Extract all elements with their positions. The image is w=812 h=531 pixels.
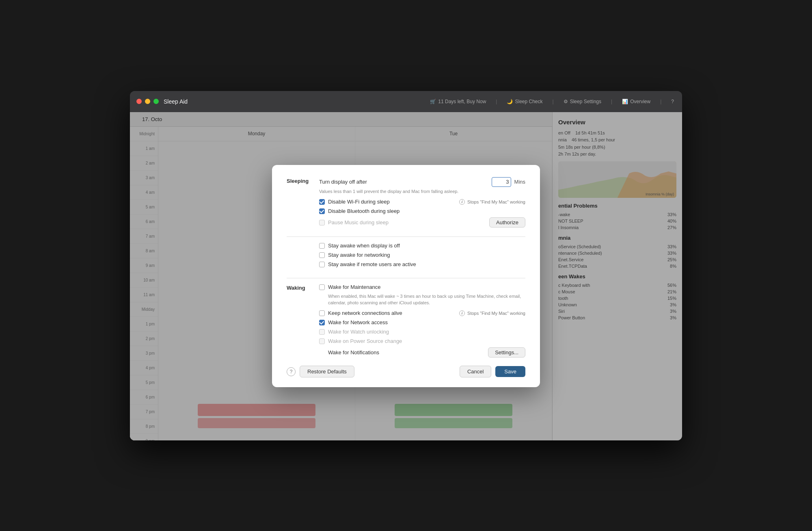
sleeping-label: Sleeping: [287, 177, 311, 229]
maximize-button[interactable]: [153, 99, 159, 104]
restore-defaults-button[interactable]: Restore Defaults: [300, 366, 354, 377]
waking-label: Waking: [287, 284, 311, 358]
stay-awake-display-checkbox[interactable]: [319, 243, 325, 249]
stay-awake-networking-checkbox[interactable]: [319, 252, 325, 258]
waking-section: Waking Wake for Maintenance When enabled…: [287, 284, 525, 358]
wake-power-row: Wake on Power Source change: [319, 338, 525, 344]
app-content: 17. Octo Midnight 1 am 2 am 3 am 4 am 5 …: [130, 112, 682, 440]
disable-wifi-info: Stops "Find My Mac" working: [467, 199, 525, 204]
keep-network-checkbox[interactable]: [319, 310, 325, 316]
stay-awake-remote-row: Stay awake if remote users are active: [319, 261, 525, 267]
title-bar: Sleep Aid 🛒 11 Days left, Buy Now | 🌙 Sl…: [130, 91, 682, 112]
minimize-button[interactable]: [145, 99, 150, 104]
wake-notifications-label: Wake for Notifications: [328, 349, 379, 355]
wake-watch-checkbox[interactable]: [319, 329, 325, 335]
mac-window: Sleep Aid 🛒 11 Days left, Buy Now | 🌙 Sl…: [130, 91, 682, 440]
waking-content: Wake for Maintenance When enabled, this …: [319, 284, 525, 358]
wake-network-checkbox[interactable]: [319, 320, 325, 325]
dialog-footer: ? Restore Defaults Cancel Save: [287, 366, 525, 377]
stay-awake-display-label: Stay awake when display is off: [328, 243, 400, 249]
info-icon-network: i: [459, 310, 465, 316]
wake-watch-label: Wake for Watch unlocking: [328, 329, 389, 335]
turn-display-label: Turn display off after: [319, 179, 367, 185]
cart-icon: 🛒: [430, 99, 436, 104]
close-button[interactable]: [136, 99, 142, 104]
stay-awake-remote-checkbox[interactable]: [319, 262, 325, 267]
help-button[interactable]: ?: [287, 367, 296, 376]
traffic-lights: [136, 99, 159, 104]
mins-input[interactable]: [492, 177, 511, 187]
pause-music-row: Pause Music during sleep Authorize: [319, 217, 525, 228]
pause-music-checkbox[interactable]: [319, 220, 325, 225]
settings-button[interactable]: Settings...: [488, 347, 525, 358]
wake-maintenance-label: Wake for Maintenance: [328, 284, 381, 290]
settings-dialog: Sleeping Turn display off after Mins Val…: [272, 165, 540, 387]
disable-wifi-label: Disable Wi-Fi during sleep: [328, 199, 390, 205]
save-button[interactable]: Save: [495, 366, 525, 377]
stay-awake-content: Stay awake when display is off Stay awak…: [319, 243, 525, 271]
mins-sublabel: Values less than 1 will prevent the disp…: [319, 189, 525, 195]
title-bar-nav: 🛒 11 Days left, Buy Now | 🌙 Sleep Check …: [430, 99, 674, 104]
nav-buy-now[interactable]: 🛒 11 Days left, Buy Now: [430, 99, 486, 104]
wake-notifications-row: Wake for Notifications Settings...: [319, 347, 525, 358]
disable-bluetooth-label: Disable Bluetooth during sleep: [328, 208, 400, 214]
keep-network-label: Keep network connections alive: [328, 310, 402, 316]
wake-maintenance-desc: When enabled, this Mac will wake ~ 3 tim…: [328, 293, 525, 306]
mins-label: Mins: [514, 179, 525, 185]
sleeping-content: Turn display off after Mins Values less …: [319, 177, 525, 229]
stay-awake-remote-label: Stay awake if remote users are active: [328, 261, 416, 267]
wake-power-checkbox[interactable]: [319, 338, 325, 344]
disable-wifi-row: Disable Wi-Fi during sleep i Stops "Find…: [319, 199, 525, 205]
authorize-button[interactable]: Authorize: [489, 217, 525, 228]
disable-bluetooth-row: Disable Bluetooth during sleep: [319, 208, 525, 214]
cancel-button[interactable]: Cancel: [460, 366, 491, 377]
nav-sleep-settings[interactable]: ⚙ Sleep Settings: [564, 99, 601, 104]
divider-2: [287, 278, 525, 278]
overview-icon: 📊: [622, 99, 628, 104]
divider-1: [287, 236, 525, 237]
turn-display-row: Turn display off after Mins: [319, 177, 525, 187]
stay-awake-section: Stay awake when display is off Stay awak…: [287, 243, 525, 271]
sleeping-section: Sleeping Turn display off after Mins Val…: [287, 177, 525, 229]
keep-network-info: Stops "Find My Mac" working: [467, 311, 525, 316]
wake-maintenance-row: Wake for Maintenance: [319, 284, 525, 290]
dialog-overlay: Sleeping Turn display off after Mins Val…: [130, 112, 682, 440]
app-title: Sleep Aid: [164, 98, 188, 105]
pause-music-label: Pause Music during sleep: [328, 219, 389, 225]
nav-overview[interactable]: 📊 Overview: [622, 99, 650, 104]
nav-help[interactable]: ?: [671, 99, 674, 104]
wake-network-row: Wake for Network access: [319, 319, 525, 325]
wake-watch-row: Wake for Watch unlocking: [319, 329, 525, 335]
nav-sleep-check[interactable]: 🌙 Sleep Check: [507, 99, 542, 104]
stay-awake-networking-label: Stay awake for networking: [328, 252, 390, 258]
wake-maintenance-checkbox[interactable]: [319, 284, 325, 290]
stay-awake-networking-row: Stay awake for networking: [319, 252, 525, 258]
disable-wifi-checkbox[interactable]: [319, 199, 325, 205]
stay-awake-display-row: Stay awake when display is off: [319, 243, 525, 249]
settings-icon: ⚙: [564, 99, 568, 104]
moon-icon: 🌙: [507, 99, 513, 104]
wake-power-label: Wake on Power Source change: [328, 338, 402, 344]
info-icon: i: [459, 199, 465, 205]
keep-network-row: Keep network connections alive i Stops "…: [319, 310, 525, 316]
disable-bluetooth-checkbox[interactable]: [319, 208, 325, 214]
wake-network-label: Wake for Network access: [328, 319, 388, 325]
